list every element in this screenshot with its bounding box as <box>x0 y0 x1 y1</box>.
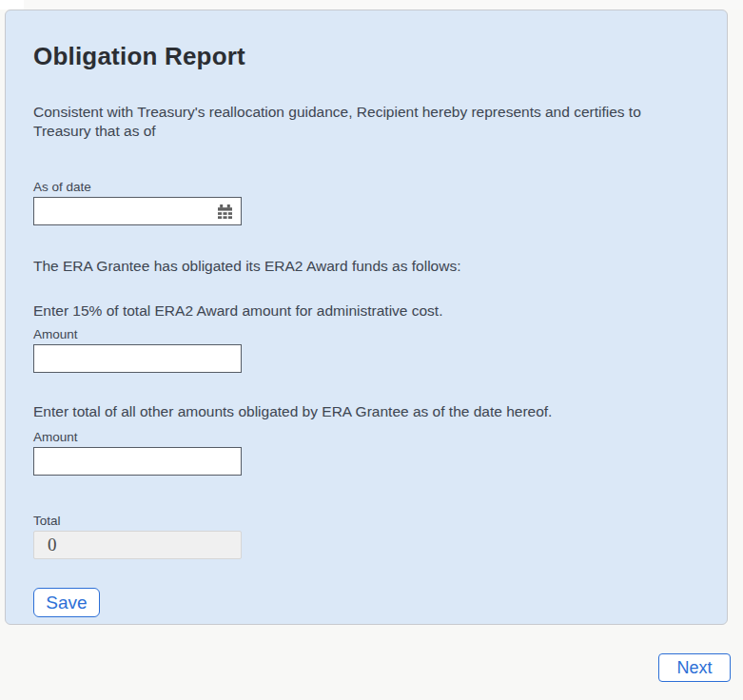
other-amount-label: Amount <box>33 429 698 446</box>
footer-actions: Next <box>0 653 743 682</box>
obligation-statement-text: The ERA Grantee has obligated its ERA2 A… <box>33 257 698 276</box>
page-top-strip <box>0 0 743 10</box>
page-title: Obligation Report <box>33 41 698 72</box>
admin-amount-input[interactable] <box>33 344 242 373</box>
save-button[interactable]: Save <box>33 588 100 617</box>
other-amount-input[interactable] <box>33 447 242 476</box>
other-amounts-instruction-text: Enter total of all other amounts obligat… <box>33 402 698 421</box>
as-of-date-input[interactable] <box>33 197 242 225</box>
admin-cost-instruction-text: Enter 15% of total ERA2 Award amount for… <box>33 301 698 321</box>
obligation-report-panel: Obligation Report Consistent with Treasu… <box>5 10 728 625</box>
as-of-date-label: As of date <box>33 179 698 196</box>
total-input <box>33 531 242 559</box>
certification-intro-text: Consistent with Treasury's reallocation … <box>33 103 698 141</box>
next-button[interactable]: Next <box>658 653 731 682</box>
admin-amount-label: Amount <box>33 326 698 343</box>
as-of-date-field <box>33 197 242 225</box>
total-label: Total <box>33 513 698 530</box>
